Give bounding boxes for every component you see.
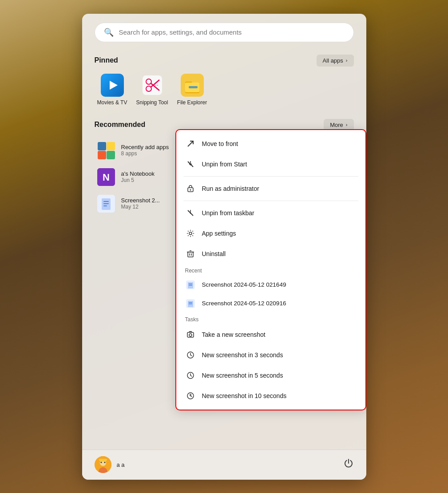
uninstall-icon xyxy=(185,248,196,259)
menu-app-settings[interactable]: App settings xyxy=(176,223,365,244)
svg-rect-17 xyxy=(98,151,106,159)
snipping-icon xyxy=(141,74,164,97)
svg-point-55 xyxy=(104,462,105,463)
svg-rect-16 xyxy=(107,142,115,150)
app-movies-tv[interactable]: Movies & TV xyxy=(95,74,130,106)
screenshot-3s-label: New screenshot in 3 seconds xyxy=(202,351,283,359)
divider-1 xyxy=(183,176,358,177)
power-button[interactable] xyxy=(343,458,354,471)
pinned-title: Pinned xyxy=(95,56,118,64)
screenshot-10s-label: New screenshot in 10 seconds xyxy=(202,392,287,399)
search-bar[interactable]: 🔍 xyxy=(95,23,354,42)
all-apps-button[interactable]: All apps › xyxy=(317,55,354,67)
user-avatar[interactable] xyxy=(95,456,111,473)
screenshot-5s-icon xyxy=(185,370,196,381)
unpin-taskbar-icon xyxy=(185,208,196,218)
recent-section-label: Recent xyxy=(176,264,365,276)
onenote-icon: N xyxy=(97,168,115,186)
search-icon: 🔍 xyxy=(104,28,114,37)
svg-rect-43 xyxy=(189,302,192,303)
app-settings-icon xyxy=(185,228,196,239)
menu-screenshot-5s[interactable]: New screenshot in 5 seconds xyxy=(176,365,365,386)
recent-file-1[interactable]: Screenshot 2024-05-12 021649 xyxy=(176,276,365,294)
search-input[interactable] xyxy=(119,28,345,36)
svg-rect-44 xyxy=(189,304,192,304)
tasks-section-label: Tasks xyxy=(176,313,365,324)
svg-point-54 xyxy=(100,462,102,463)
user-name: a a xyxy=(117,461,125,468)
svg-rect-40 xyxy=(189,285,192,286)
svg-point-7 xyxy=(154,85,155,86)
svg-rect-57 xyxy=(99,459,107,461)
svg-text:N: N xyxy=(103,172,110,183)
screenshot-5s-label: New screenshot in 5 seconds xyxy=(202,372,283,379)
unpin-taskbar-label: Unpin from taskbar xyxy=(202,209,254,217)
app-snipping[interactable]: Snipping Tool xyxy=(135,74,170,106)
menu-unpin-taskbar[interactable]: Unpin from taskbar xyxy=(176,203,365,223)
recent-file-1-label: Screenshot 2024-05-12 021649 xyxy=(202,281,286,288)
recent-file-2[interactable]: Screenshot 2024-05-12 020916 xyxy=(176,294,365,313)
screenshot-file-icon xyxy=(97,195,115,213)
menu-screenshot-10s[interactable]: 10 New screenshot in 10 seconds xyxy=(176,386,365,406)
svg-point-31 xyxy=(189,232,192,235)
svg-rect-32 xyxy=(188,252,193,257)
pinned-apps-grid: Movies & TV S xyxy=(95,74,354,106)
screenshot-10s-icon: 10 xyxy=(185,390,196,401)
svg-point-8 xyxy=(155,85,156,86)
context-menu: Move to front Unpin from Start xyxy=(175,129,366,410)
take-screenshot-label: Take a new screenshot xyxy=(202,331,266,338)
menu-take-screenshot[interactable]: Take a new screenshot xyxy=(176,324,365,345)
chevron-right-icon: › xyxy=(346,58,348,63)
svg-point-9 xyxy=(157,85,158,86)
svg-rect-24 xyxy=(103,203,109,204)
menu-run-as-admin[interactable]: Run as administrator xyxy=(176,178,365,199)
menu-uninstall[interactable]: Uninstall xyxy=(176,244,365,264)
move-to-front-icon xyxy=(185,138,196,149)
run-admin-label: Run as administrator xyxy=(202,185,259,192)
move-to-front-label: Move to front xyxy=(202,140,238,147)
recent-file-1-icon xyxy=(185,280,196,290)
unpin-start-label: Unpin from Start xyxy=(202,161,247,168)
snipping-label: Snipping Tool xyxy=(135,99,170,106)
svg-rect-25 xyxy=(103,205,107,206)
svg-rect-23 xyxy=(103,201,109,202)
svg-rect-39 xyxy=(189,284,192,284)
run-admin-icon xyxy=(185,183,196,194)
svg-point-46 xyxy=(189,334,192,336)
taskbar: a a xyxy=(82,450,366,480)
more-label: More xyxy=(330,122,343,128)
svg-rect-14 xyxy=(189,86,198,88)
menu-unpin-start[interactable]: Unpin from Start xyxy=(176,154,365,174)
recent-file-2-icon xyxy=(185,298,196,309)
uninstall-label: Uninstall xyxy=(202,250,226,257)
unpin-start-icon xyxy=(185,159,196,170)
screenshot-3s-icon xyxy=(185,350,196,360)
movies-tv-icon xyxy=(101,74,124,97)
app-file-explorer[interactable]: File Explorer xyxy=(174,74,210,106)
app-settings-label: App settings xyxy=(202,230,236,237)
svg-rect-18 xyxy=(107,151,115,159)
menu-move-to-front[interactable]: Move to front xyxy=(176,134,365,154)
recently-added-icon xyxy=(97,142,115,159)
movies-tv-label: Movies & TV xyxy=(95,99,130,106)
take-screenshot-icon xyxy=(185,329,196,340)
more-chevron-icon: › xyxy=(346,122,348,127)
file-explorer-icon xyxy=(181,74,204,97)
menu-screenshot-3s[interactable]: New screenshot in 3 seconds xyxy=(176,345,365,365)
all-apps-label: All apps xyxy=(323,57,343,64)
divider-2 xyxy=(183,201,358,201)
svg-rect-15 xyxy=(98,142,106,150)
recommended-title: Recommended xyxy=(95,121,146,129)
start-menu: 🔍 Pinned All apps › xyxy=(82,14,366,480)
file-explorer-label: File Explorer xyxy=(174,99,210,106)
svg-text:10: 10 xyxy=(189,394,192,396)
recent-file-2-label: Screenshot 2024-05-12 020916 xyxy=(202,300,286,307)
svg-point-29 xyxy=(190,189,191,190)
svg-line-26 xyxy=(188,141,193,146)
pinned-section-header: Pinned All apps › xyxy=(95,55,354,67)
